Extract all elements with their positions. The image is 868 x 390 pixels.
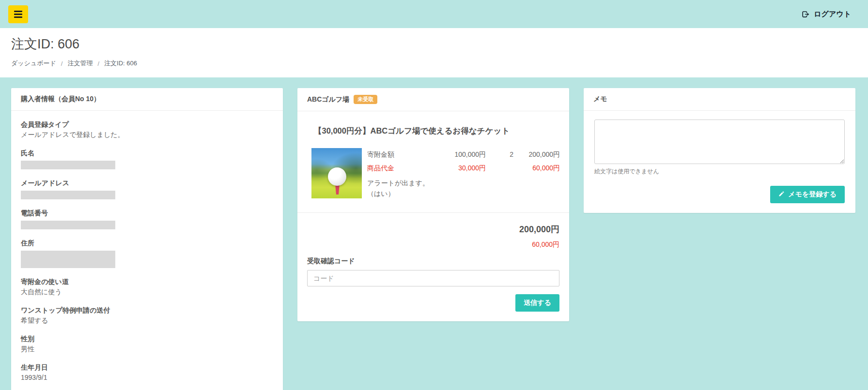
redacted-value-bar (21, 191, 115, 199)
field-onestop-application: ワンストップ特例申請の送付 希望する (21, 306, 273, 325)
memo-button-row: メモを登録する (594, 186, 845, 203)
register-memo-button-label: メモを登録する (788, 190, 837, 199)
field-phone: 電話番号 (21, 209, 273, 229)
redacted-value-bar (21, 221, 115, 229)
breadcrumb-order-management[interactable]: 注文管理 (67, 59, 93, 68)
product-title: 【30,000円分】ABCゴルフ場で使えるお得なチケット (314, 126, 559, 136)
memo-card-title: メモ (593, 95, 607, 104)
quantity-empty (486, 164, 513, 173)
field-value: 希望する (21, 316, 273, 325)
donation-amount-label: 寄附金額 (367, 150, 440, 159)
field-name: 氏名 (21, 149, 273, 169)
field-email: メールアドレス (21, 179, 273, 199)
grand-total: 200,000円 (307, 224, 559, 235)
field-label: 氏名 (21, 149, 273, 158)
memo-card-header: メモ (584, 88, 855, 111)
logout-button[interactable]: ログアウト (801, 10, 851, 19)
page-header: 注文ID: 606 ダッシュボード / 注文管理 / 注文ID: 606 (0, 28, 868, 77)
donation-line-total: 200,000円 (513, 150, 560, 159)
field-birthdate: 生年月日 1993/9/1 (21, 363, 273, 381)
field-value: メールアドレスで登録しました。 (21, 131, 273, 139)
field-gender: 性別 男性 (21, 335, 273, 354)
field-donation-use: 寄附金の使い道 大自然に使う (21, 278, 273, 297)
hamburger-icon (14, 11, 22, 12)
donation-unit-price: 100,000円 (440, 150, 486, 159)
redacted-value-bar (21, 161, 115, 169)
submit-button[interactable]: 送信する (515, 294, 559, 312)
receipt-code-input[interactable] (307, 270, 559, 286)
product-image (311, 148, 362, 198)
breadcrumb: ダッシュボード / 注文管理 / 注文ID: 606 (11, 59, 856, 68)
pencil-icon (778, 191, 785, 198)
field-label: 性別 (21, 335, 273, 344)
breadcrumb-separator: / (61, 60, 63, 67)
sign-out-icon (801, 10, 809, 18)
field-label: 電話番号 (21, 209, 273, 218)
order-item-row: 寄附金額 100,000円 2 200,000円 商品代金 30,000円 60… (311, 148, 559, 199)
field-registration-type: 会員登録タイプ メールアドレスで登録しました。 (21, 120, 273, 139)
field-address: 住所 (21, 239, 273, 268)
field-value: 男性 (21, 345, 273, 354)
buyer-info-card: 購入者情報（会員No 10） 会員登録タイプ メールアドレスで登録しました。 氏… (11, 88, 283, 390)
order-card-header: ABCゴルフ場 未受取 (297, 88, 569, 111)
redacted-value-block (21, 251, 115, 268)
field-label: 寄附金の使い道 (21, 278, 273, 286)
field-value: 1993/9/1 (21, 374, 273, 381)
order-card: ABCゴルフ場 未受取 【30,000円分】ABCゴルフ場で使えるお得なチケット… (297, 88, 569, 321)
submit-button-label: 送信する (524, 299, 551, 307)
memo-card-body: 絵文字は使用できません メモを登録する (584, 111, 855, 213)
memo-note: 絵文字は使用できません (594, 167, 845, 176)
alert-note: アラートが出ます。（はい） (367, 178, 440, 199)
page-title: 注文ID: 606 (11, 35, 856, 53)
shop-name: ABCゴルフ場 (307, 95, 349, 104)
top-navbar: ログアウト (0, 0, 868, 28)
submit-button-row: 送信する (307, 294, 559, 312)
memo-card: メモ 絵文字は使用できません メモを登録する (584, 88, 855, 213)
status-badge: 未受取 (354, 95, 377, 104)
field-label: 会員登録タイプ (21, 120, 273, 129)
product-price-label: 商品代金 (367, 164, 440, 173)
breadcrumb-dashboard[interactable]: ダッシュボード (11, 59, 56, 68)
product-unit-price: 30,000円 (440, 164, 486, 173)
grand-total-red: 60,000円 (307, 240, 559, 249)
field-label: ワンストップ特例申請の送付 (21, 306, 273, 315)
main-content: 購入者情報（会員No 10） 会員登録タイプ メールアドレスで登録しました。 氏… (0, 77, 868, 390)
order-card-body: 【30,000円分】ABCゴルフ場で使えるお得なチケット 寄附金額 100,00… (297, 111, 569, 321)
field-label: 生年月日 (21, 363, 273, 372)
buyer-info-card-body: 会員登録タイプ メールアドレスで登録しました。 氏名 メールアドレス 電話番号 … (11, 111, 283, 390)
logout-label: ログアウト (814, 10, 851, 19)
field-value: 大自然に使う (21, 288, 273, 297)
product-line-total: 60,000円 (513, 164, 560, 173)
order-totals: 200,000円 60,000円 (307, 213, 559, 249)
field-label: 住所 (21, 239, 273, 248)
breadcrumb-separator: / (97, 60, 99, 67)
quantity: 2 (486, 150, 513, 159)
register-memo-button[interactable]: メモを登録する (770, 186, 845, 203)
breadcrumb-current: 注文ID: 606 (104, 59, 137, 68)
order-item-details: 寄附金額 100,000円 2 200,000円 商品代金 30,000円 60… (367, 148, 560, 199)
memo-textarea[interactable] (594, 120, 845, 164)
golf-ball-graphic (328, 167, 346, 186)
buyer-info-card-header: 購入者情報（会員No 10） (11, 88, 283, 111)
hamburger-menu-button[interactable] (8, 5, 28, 23)
receipt-code-label: 受取確認コード (307, 257, 559, 266)
buyer-info-card-title: 購入者情報（会員No 10） (21, 95, 100, 104)
field-label: メールアドレス (21, 179, 273, 188)
